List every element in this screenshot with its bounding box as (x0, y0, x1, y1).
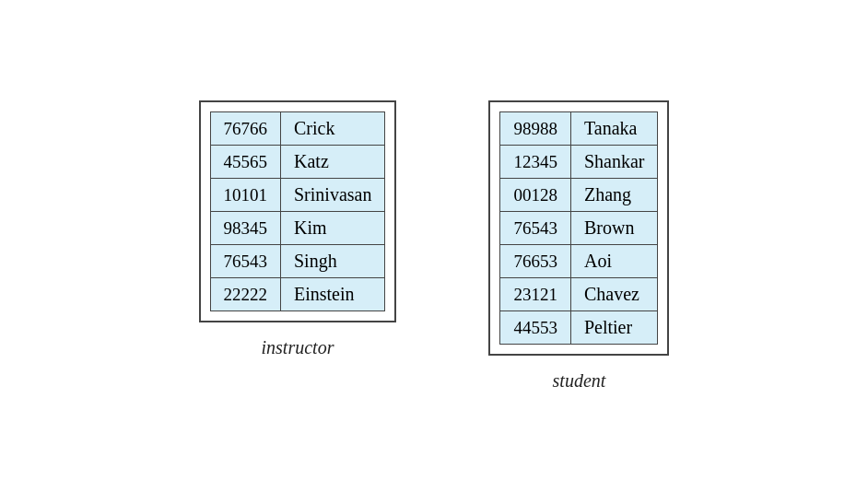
row-name: Aoi (570, 245, 658, 278)
student-table: 98988 Tanaka 12345 Shankar 00128 Zhang 7… (499, 111, 658, 345)
row-id: 76766 (210, 112, 281, 146)
row-name: Chavez (570, 278, 658, 311)
student-section: 98988 Tanaka 12345 Shankar 00128 Zhang 7… (488, 100, 669, 392)
row-name: Zhang (570, 179, 658, 212)
row-id: 45565 (210, 146, 281, 179)
table-row: 10101 Srinivasan (210, 179, 385, 212)
row-name: Shankar (570, 146, 658, 179)
table-row: 22222 Einstein (210, 278, 385, 311)
table-row: 76543 Brown (500, 212, 658, 245)
table-row: 98345 Kim (210, 212, 385, 245)
student-table-wrapper: 98988 Tanaka 12345 Shankar 00128 Zhang 7… (488, 100, 669, 356)
instructor-section: 76766 Crick 45565 Katz 10101 Srinivasan … (199, 100, 397, 358)
row-id: 22222 (210, 278, 281, 311)
row-name: Tanaka (570, 112, 658, 146)
table-row: 12345 Shankar (500, 146, 658, 179)
row-id: 76653 (500, 245, 571, 278)
row-name: Srinivasan (281, 179, 385, 212)
instructor-table-wrapper: 76766 Crick 45565 Katz 10101 Srinivasan … (199, 100, 397, 322)
row-id: 98345 (210, 212, 281, 245)
table-row: 23121 Chavez (500, 278, 658, 311)
row-name: Crick (281, 112, 385, 146)
table-row: 44553 Peltier (500, 311, 658, 345)
table-row: 76766 Crick (210, 112, 385, 146)
table-row: 98988 Tanaka (500, 112, 658, 146)
table-row: 45565 Katz (210, 146, 385, 179)
row-id: 98988 (500, 112, 571, 146)
row-name: Singh (281, 245, 385, 278)
row-name: Einstein (281, 278, 385, 311)
row-id: 10101 (210, 179, 281, 212)
table-row: 76653 Aoi (500, 245, 658, 278)
row-id: 23121 (500, 278, 571, 311)
row-id: 76543 (500, 212, 571, 245)
table-row: 00128 Zhang (500, 179, 658, 212)
row-name: Brown (570, 212, 658, 245)
row-id: 00128 (500, 179, 571, 212)
instructor-table: 76766 Crick 45565 Katz 10101 Srinivasan … (210, 111, 386, 311)
row-name: Peltier (570, 311, 658, 345)
student-label: student (553, 370, 606, 392)
table-row: 76543 Singh (210, 245, 385, 278)
instructor-label: instructor (262, 337, 334, 358)
page-container: 76766 Crick 45565 Katz 10101 Srinivasan … (162, 64, 707, 428)
row-name: Katz (281, 146, 385, 179)
row-id: 44553 (500, 311, 571, 345)
row-id: 12345 (500, 146, 571, 179)
row-name: Kim (281, 212, 385, 245)
row-id: 76543 (210, 245, 281, 278)
